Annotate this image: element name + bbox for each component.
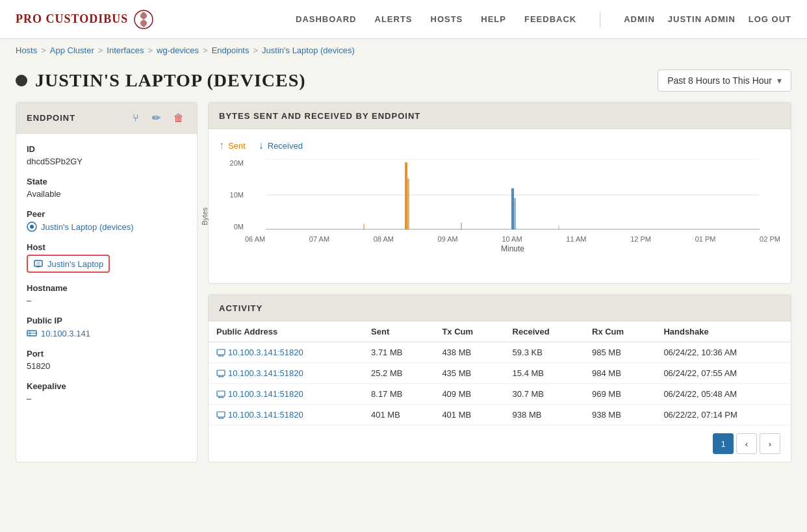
chart-title: BYTES SENT AND RECEIVED BY ENDPOINT bbox=[219, 111, 420, 121]
cell-tx-cum-1: 435 MB bbox=[434, 363, 504, 384]
nav-feedback[interactable]: FEEDBACK bbox=[524, 14, 576, 24]
address-icon-3 bbox=[216, 411, 225, 420]
right-panel: BYTES SENT AND RECEIVED BY ENDPOINT ↑ Se… bbox=[208, 102, 791, 462]
activity-table: Public Address Sent Tx Cum Received Rx C… bbox=[209, 322, 791, 425]
keepalive-value: – bbox=[27, 394, 186, 403]
legend-sent: ↑ Sent bbox=[219, 140, 246, 151]
col-tx-cum: Tx Cum bbox=[434, 322, 504, 342]
address-link-1[interactable]: 10.100.3.141:51820 bbox=[216, 368, 355, 378]
x-axis-label: Minute bbox=[245, 244, 780, 253]
nav-help[interactable]: HELP bbox=[481, 14, 506, 24]
peer-icon bbox=[27, 222, 37, 232]
table-row: 10.100.3.141:51820 401 MB 401 MB 938 MB … bbox=[209, 405, 791, 425]
main-content: ENDPOINT ⑂ ✏ 🗑 ID dhcd5SPb2GY State Avai… bbox=[0, 102, 807, 478]
peer-label: Peer bbox=[27, 209, 186, 219]
host-link[interactable]: Justin's Laptop bbox=[47, 259, 103, 269]
cell-sent-1: 25.2 MB bbox=[363, 363, 434, 384]
pagination: 1 ‹ › bbox=[209, 425, 791, 462]
fork-icon[interactable]: ⑂ bbox=[130, 111, 142, 125]
logo-area: PRO CUSTODIBUS bbox=[16, 9, 154, 30]
page-title-area: JUSTIN'S LAPTOP (DEVICES) bbox=[16, 70, 306, 91]
breadcrumb-interfaces[interactable]: Interfaces bbox=[107, 45, 144, 55]
page-title: JUSTIN'S LAPTOP (DEVICES) bbox=[35, 70, 306, 91]
x-tick-08am: 08 AM bbox=[374, 235, 394, 243]
field-peer: Peer Justin's Laptop (devices) bbox=[27, 209, 186, 232]
breadcrumb-sep-3: > bbox=[147, 45, 153, 55]
nav-right: ADMIN JUSTIN ADMIN LOG OUT bbox=[624, 14, 791, 24]
cell-handshake-0: 06/24/22, 10:36 AM bbox=[656, 342, 791, 363]
activity-header: ACTIVITY bbox=[209, 295, 791, 322]
address-link-3[interactable]: 10.100.3.141:51820 bbox=[216, 410, 355, 420]
svg-rect-33 bbox=[217, 412, 225, 417]
svg-rect-16 bbox=[511, 188, 514, 229]
address-link-2[interactable]: 10.100.3.141:51820 bbox=[216, 389, 355, 399]
cell-tx-cum-3: 401 MB bbox=[434, 405, 504, 425]
nav-logout[interactable]: LOG OUT bbox=[749, 14, 791, 24]
top-navigation: PRO CUSTODIBUS DASHBOARD ALERTS HOSTS HE… bbox=[0, 0, 807, 39]
nav-admin[interactable]: ADMIN bbox=[624, 14, 655, 24]
hostname-label: Hostname bbox=[27, 283, 186, 293]
col-rx-cum: Rx Cum bbox=[584, 322, 656, 342]
page-1-button[interactable]: 1 bbox=[713, 433, 734, 454]
state-label: State bbox=[27, 177, 186, 186]
x-tick-12pm: 12 PM bbox=[630, 235, 651, 243]
public-ip-link[interactable]: 10.100.3.141 bbox=[27, 328, 186, 338]
cell-address-3: 10.100.3.141:51820 bbox=[209, 405, 363, 425]
y-axis-ticks: 20M 10M 0M bbox=[219, 159, 244, 231]
nav-alerts[interactable]: ALERTS bbox=[375, 14, 413, 24]
field-keepalive: Keepalive – bbox=[27, 381, 186, 403]
chart-area: Bytes 20M 10M 0M bbox=[219, 159, 780, 273]
port-value: 51820 bbox=[27, 361, 186, 371]
col-received: Received bbox=[505, 322, 584, 342]
address-icon-0 bbox=[216, 348, 225, 357]
state-value: Available bbox=[27, 189, 186, 199]
sent-arrow-icon: ↑ bbox=[219, 140, 224, 151]
nav-justin-admin[interactable]: JUSTIN ADMIN bbox=[668, 14, 736, 24]
breadcrumb-sep-2: > bbox=[98, 45, 103, 55]
hostname-value: – bbox=[27, 296, 186, 305]
time-selector[interactable]: Past 8 Hours to This Hour ▾ bbox=[658, 70, 791, 92]
svg-rect-19 bbox=[461, 223, 462, 229]
table-row: 10.100.3.141:51820 8.17 MB 409 MB 30.7 M… bbox=[209, 384, 791, 405]
peer-link[interactable]: Justin's Laptop (devices) bbox=[27, 222, 186, 232]
table-row: 10.100.3.141:51820 3.71 MB 438 MB 59.3 K… bbox=[209, 342, 791, 363]
cell-sent-2: 8.17 MB bbox=[363, 384, 434, 405]
delete-icon[interactable]: 🗑 bbox=[171, 111, 186, 125]
next-page-button[interactable]: › bbox=[760, 433, 780, 454]
x-tick-09am: 09 AM bbox=[438, 235, 458, 243]
breadcrumb-app-cluster[interactable]: App Cluster bbox=[50, 45, 94, 55]
cell-rx-cum-1: 984 MB bbox=[584, 363, 656, 384]
page-header: JUSTIN'S LAPTOP (DEVICES) Past 8 Hours t… bbox=[0, 62, 807, 102]
host-link-label: Justin's Laptop bbox=[47, 259, 103, 269]
legend-received: ↓ Received bbox=[259, 140, 303, 151]
public-ip-label: Public IP bbox=[27, 316, 186, 325]
field-hostname: Hostname – bbox=[27, 283, 186, 305]
breadcrumb-endpoints[interactable]: Endpoints bbox=[212, 45, 250, 55]
prev-page-button[interactable]: ‹ bbox=[736, 433, 757, 454]
cell-sent-0: 3.71 MB bbox=[363, 342, 434, 363]
y-tick-0m: 0M bbox=[219, 223, 244, 231]
breadcrumb-hosts[interactable]: Hosts bbox=[16, 45, 37, 55]
field-public-ip: Public IP 10.100.3.141 bbox=[27, 316, 186, 338]
breadcrumb-sep-4: > bbox=[203, 45, 208, 55]
x-tick-02pm: 02 PM bbox=[760, 235, 780, 243]
chart-card: BYTES SENT AND RECEIVED BY ENDPOINT ↑ Se… bbox=[208, 102, 791, 284]
cell-handshake-1: 06/24/22, 07:55 AM bbox=[656, 363, 791, 384]
nav-hosts[interactable]: HOSTS bbox=[431, 14, 463, 24]
field-host: Host Justin's Laptop bbox=[27, 242, 186, 273]
address-link-0[interactable]: 10.100.3.141:51820 bbox=[216, 348, 355, 357]
chart-legend: ↑ Sent ↓ Received bbox=[219, 140, 780, 151]
time-selector-label: Past 8 Hours to This Hour bbox=[667, 75, 772, 86]
breadcrumb-wg-devices[interactable]: wg-devices bbox=[157, 45, 199, 55]
ip-icon bbox=[27, 328, 37, 338]
nav-dashboard[interactable]: DASHBOARD bbox=[296, 14, 357, 24]
svg-rect-25 bbox=[217, 370, 225, 375]
field-port: Port 51820 bbox=[27, 349, 186, 371]
nav-links: DASHBOARD ALERTS HOSTS HELP FEEDBACK ADM… bbox=[296, 12, 791, 27]
x-tick-06am: 06 AM bbox=[245, 235, 265, 243]
address-icon-1 bbox=[216, 369, 225, 378]
edit-icon[interactable]: ✏ bbox=[149, 110, 163, 125]
chart-svg bbox=[245, 159, 780, 231]
panel-body: ID dhcd5SPb2GY State Available Peer Just… bbox=[16, 134, 197, 424]
cell-address-2: 10.100.3.141:51820 bbox=[209, 384, 363, 405]
